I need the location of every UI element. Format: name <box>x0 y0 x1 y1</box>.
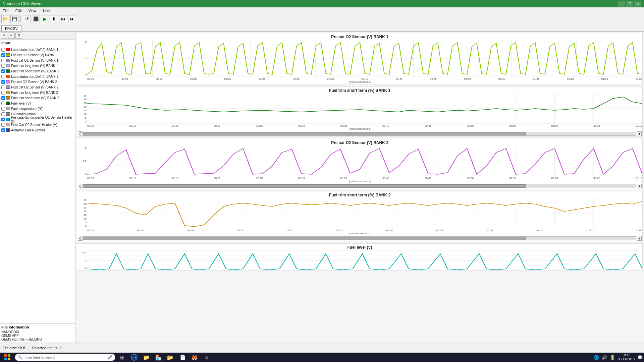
channel-checkbox-8[interactable] <box>1 91 5 95</box>
channel-color-13 <box>6 118 10 121</box>
channel-checkbox-15[interactable] <box>1 128 5 132</box>
channel-checkbox-3[interactable] <box>1 64 5 68</box>
chart1-svg-wrapper <box>87 40 642 77</box>
chart2-scrollbar[interactable] <box>83 132 636 136</box>
open-button[interactable]: 📂 <box>1 15 9 23</box>
toolbar: 📂 💾 ↺ ⬛ ▶ ⏸ ⏮ ⏭ <box>0 14 644 24</box>
input-section-label: Input <box>0 40 75 46</box>
lt-btn-1[interactable]: ≡ <box>1 33 7 39</box>
chart-pre-cat-o2-bank2: Pre cat O2 Sensor (V) BANK 2 5 2.5 0 <box>77 139 643 189</box>
taskbar-app-explorer[interactable]: 📁 <box>141 353 152 362</box>
search-icon: 🔍 <box>18 355 22 360</box>
channel-checkbox-9[interactable] <box>1 96 5 100</box>
refresh-button[interactable]: ↺ <box>23 15 31 23</box>
channel-label-15: Adaptive FMFR (gm/s) <box>11 128 45 132</box>
chart3-svg <box>87 146 642 176</box>
chart4-yaxis: 35 30 25 20 15 10 5 0 <box>77 198 87 228</box>
left-panel: ≡ ≡ ⚙ Input Loop status (on:1/off:0) BAN… <box>0 32 75 343</box>
channel-color-11 <box>6 107 10 110</box>
close-button[interactable]: ✕ <box>634 1 641 7</box>
chart5-svg-wrapper <box>87 250 642 270</box>
chart2-scroll-right[interactable]: ❭ <box>637 131 642 136</box>
taskbar-app-folder2[interactable]: 📂 <box>165 353 176 362</box>
search-bar[interactable]: 🔍 🎤 <box>15 354 115 361</box>
channel-checkbox-14[interactable] <box>1 123 5 127</box>
tab-ffcsv[interactable]: FF.CSV <box>1 25 21 31</box>
chart4-scrollbar-row: ❬ ❭ <box>77 236 642 241</box>
taskbar-app-ie[interactable] <box>129 353 140 362</box>
save-button[interactable]: 💾 <box>10 15 18 23</box>
channel-checkbox-11[interactable] <box>1 107 5 111</box>
channel-checkbox-1[interactable] <box>1 53 5 57</box>
chart4-scroll-left[interactable]: ❬ <box>78 236 83 241</box>
menu-edit[interactable]: Edit <box>14 8 23 13</box>
prev-button[interactable]: ⏮ <box>59 15 67 23</box>
chart2-yaxis: 35 30 25 20 15 10 5 0 <box>77 94 87 124</box>
chart4-svg <box>87 198 642 228</box>
restore-button[interactable]: ❒ <box>626 1 633 7</box>
battery-icon[interactable]: 🔋 <box>610 355 615 360</box>
channel-checkbox-12[interactable] <box>1 112 5 116</box>
connect-button[interactable]: ⬛ <box>32 15 40 23</box>
network-icon[interactable]: 🌐 <box>594 355 599 360</box>
volume-icon[interactable]: 🔊 <box>602 355 607 360</box>
svg-rect-70 <box>4 354 7 357</box>
channel-checkbox-7[interactable] <box>1 85 5 89</box>
chart2-scrollbar-thumb <box>84 132 526 135</box>
chart4-xunit: [minutes:seconds] <box>77 232 642 236</box>
lt-btn-3[interactable]: ⚙ <box>15 33 22 39</box>
chart5-inner: 1.04 1 0 <box>77 250 642 270</box>
clock-date: 06/11/2018 <box>618 357 635 361</box>
chart-area[interactable]: Pre cat O2 Sensor (V) BANK 1 5 2.5 0 <box>75 32 644 343</box>
channel-checkbox-6[interactable] <box>1 80 5 84</box>
channel-color-3 <box>6 64 10 67</box>
menu-file[interactable]: File <box>1 8 10 13</box>
selected-inputs-label: Selected Inputs: 8 <box>32 346 61 350</box>
next-button[interactable]: ⏭ <box>68 15 76 23</box>
channel-item-8: Fuel trim long term (%) BANK 2 <box>1 90 74 95</box>
chart4-scroll-right[interactable]: ❭ <box>637 236 642 241</box>
taskbar-app-store[interactable]: 🏪 <box>153 353 164 362</box>
channel-label-12: O2 configuration <box>11 112 36 116</box>
file-size-label: File size: 9KB <box>3 346 25 350</box>
chart3-svg-wrapper <box>87 146 642 176</box>
menu-view[interactable]: View <box>27 8 38 13</box>
chart3-scroll-left[interactable]: ❬ <box>78 184 83 188</box>
taskbar-app-dark[interactable]: ⚙ <box>201 353 212 362</box>
channel-checkbox-5[interactable] <box>1 75 5 78</box>
chart-fuel-trim-bank2: Fuel trim short term (%) BANK 2 35 30 25… <box>77 191 643 241</box>
channel-checkbox-4[interactable] <box>1 69 5 73</box>
channel-checkbox-0[interactable] <box>1 48 5 52</box>
taskbar-app-pdf[interactable]: 📄 <box>177 353 188 362</box>
play-button[interactable]: ▶ <box>41 15 49 23</box>
chart3-scrollbar[interactable] <box>83 184 636 188</box>
chart2-scroll-left[interactable]: ❬ <box>78 131 83 136</box>
notification-icon[interactable]: 💬 <box>637 355 643 360</box>
minimize-button[interactable]: — <box>618 1 625 7</box>
search-input[interactable] <box>24 355 106 359</box>
chart3-inner: 5 2.5 0 <box>77 146 642 176</box>
pause-button[interactable]: ⏸ <box>50 15 58 23</box>
channel-label-7: Post cat O2 Sensor (V) BANK 2 <box>11 85 58 89</box>
chart2-scrollbar-row: ❬ ❭ <box>77 131 642 136</box>
channel-checkbox-10[interactable] <box>1 102 5 105</box>
chart3-scroll-right[interactable]: ❭ <box>637 184 642 188</box>
svg-rect-73 <box>8 358 10 360</box>
taskbar-app-firefox[interactable]: 🦊 <box>189 353 200 362</box>
channel-checkbox-2[interactable] <box>1 59 5 62</box>
chart4-scrollbar-thumb <box>84 237 526 240</box>
channel-color-2 <box>6 59 10 62</box>
channel-checkbox-13[interactable] <box>1 118 5 121</box>
menu-help[interactable]: Help <box>42 8 52 13</box>
channel-item-7: Post cat O2 Sensor (V) BANK 2 <box>1 84 74 90</box>
chart2-svg-wrapper <box>87 94 642 124</box>
lt-btn-2[interactable]: ≡ <box>8 33 15 39</box>
svg-rect-72 <box>4 358 7 360</box>
channel-label-6: Pre cat O2 Sensor (V) BANK 2 <box>11 80 57 84</box>
channel-label-5: Loop status (on:1/off:0) BANK 2 <box>11 75 58 78</box>
chart4-scrollbar[interactable] <box>83 236 636 240</box>
start-button[interactable] <box>1 353 13 362</box>
chart3-yaxis: 5 2.5 0 <box>77 146 87 176</box>
system-clock[interactable]: 18:16 06/11/2018 <box>618 353 635 361</box>
task-view-button[interactable]: ⊞ <box>117 353 127 362</box>
